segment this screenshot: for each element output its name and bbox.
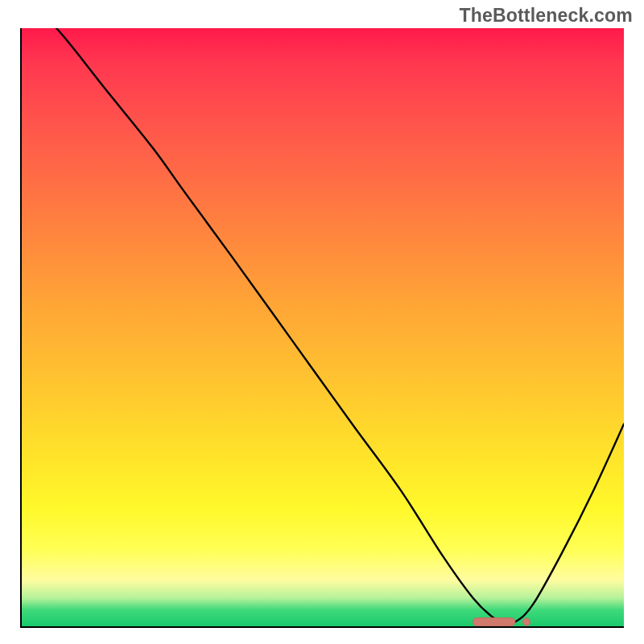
chart-axes bbox=[20, 28, 624, 628]
watermark-text: TheBottleneck.com bbox=[459, 5, 633, 27]
